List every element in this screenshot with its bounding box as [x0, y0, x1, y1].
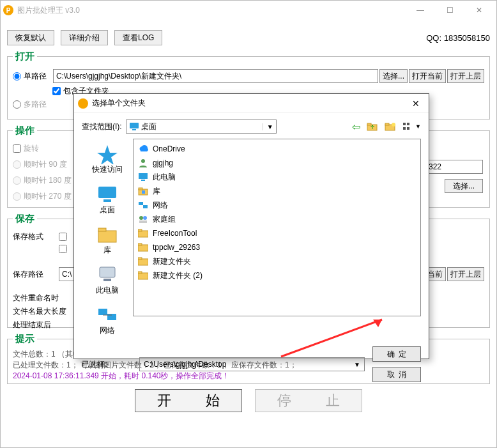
dialog-title: 选择单个文件夹	[92, 98, 146, 109]
multi-path-radio[interactable]	[13, 100, 21, 109]
up-folder-icon[interactable]	[367, 121, 378, 132]
list-item[interactable]: FreeIconTool	[136, 226, 418, 240]
cw90-label: 顺时针 90 度	[24, 159, 67, 170]
ops-legend: 操作	[13, 125, 37, 137]
save-open-parent-button[interactable]: 打开上层	[447, 267, 484, 281]
list-item[interactable]: 家庭组	[136, 212, 418, 226]
svg-rect-10	[407, 127, 409, 130]
selected-path-select[interactable]: C:\Users\gjgjhg\Desktop ▼	[139, 357, 365, 371]
svg-rect-7	[403, 123, 406, 125]
place-pc-label: 此电脑	[96, 285, 119, 296]
include-subfolders-check[interactable]	[52, 87, 61, 95]
select-path-button[interactable]: 选择...	[379, 69, 408, 83]
app-title: 图片批处理王 v3.0	[17, 5, 80, 16]
svg-point-21	[141, 159, 145, 163]
start-button[interactable]: 开 始	[135, 389, 242, 412]
list-item[interactable]: gjgjhg	[136, 156, 418, 170]
maximize-button[interactable]: ☐	[435, 1, 464, 20]
file-list[interactable]: OneDrive gjgjhg 此电脑 库 网络 家庭组 FreeIconToo…	[133, 139, 421, 316]
close-button[interactable]: ✕	[464, 1, 494, 20]
svg-marker-11	[97, 145, 118, 164]
list-item[interactable]: 网络	[136, 198, 418, 212]
dialog-close-button[interactable]: ✕	[407, 98, 425, 109]
svg-rect-23	[141, 180, 145, 181]
path-input[interactable]	[53, 69, 378, 83]
lookin-label: 查找范围(I):	[82, 121, 122, 132]
folder-icon	[137, 270, 149, 281]
place-pc[interactable]: 此电脑	[82, 261, 133, 301]
svg-rect-8	[403, 127, 406, 130]
place-net[interactable]: 网络	[82, 301, 133, 341]
svg-rect-26	[142, 190, 145, 194]
folder-icon	[137, 242, 149, 253]
svg-rect-18	[98, 309, 107, 315]
place-libs[interactable]: 库	[82, 220, 133, 261]
places-bar: 快速访问 桌面 库 此电脑 网络	[82, 139, 133, 341]
back-icon[interactable]: ⇦	[352, 121, 360, 133]
desktop-icon	[129, 121, 139, 132]
save-legend: 保存	[13, 213, 37, 225]
library-icon	[137, 185, 149, 197]
view-log-button[interactable]: 查看LOG	[114, 30, 162, 45]
open-parent-button[interactable]: 打开上层	[447, 69, 484, 83]
place-quick[interactable]: 快速访问	[82, 140, 133, 180]
selected-path-value: C:\Users\gjgjhg\Desktop	[144, 360, 226, 369]
view-menu-icon[interactable]: ▼	[402, 121, 421, 132]
app-icon: P	[3, 5, 13, 15]
svg-rect-25	[139, 188, 142, 190]
cw180-radio	[13, 176, 21, 185]
lookin-value: 桌面	[141, 121, 157, 132]
save-format-check2[interactable]	[59, 245, 67, 253]
folder-icon	[137, 228, 149, 239]
list-item[interactable]: 此电脑	[136, 170, 418, 184]
list-item[interactable]: 新建文件夹	[136, 254, 418, 268]
save-after-label: 处理结束后	[13, 320, 77, 330]
cw270-label: 顺时针 270 度	[24, 191, 72, 202]
open-current-button[interactable]: 打开当前	[409, 69, 446, 83]
right-value-input[interactable]	[425, 160, 483, 174]
svg-rect-15	[98, 228, 106, 231]
save-format-check1[interactable]	[59, 233, 67, 241]
svg-rect-9	[407, 123, 409, 125]
place-quick-label: 快速访问	[92, 164, 123, 175]
svg-rect-27	[139, 202, 143, 205]
multi-path-label: 多路径	[24, 99, 47, 110]
chevron-down-icon: ▼	[354, 361, 360, 368]
save-path-label: 保存路径	[13, 269, 59, 280]
save-rename-label: 文件重命名时	[13, 293, 77, 304]
single-path-label: 单路径	[24, 71, 47, 82]
open-legend: 打开	[13, 50, 37, 63]
right-select-button[interactable]: 选择...	[445, 179, 483, 193]
rotate-check[interactable]	[13, 144, 21, 153]
list-item[interactable]: 库	[136, 184, 418, 198]
list-item[interactable]: tppclw_29263	[136, 240, 418, 254]
place-libs-label: 库	[103, 245, 111, 256]
list-item[interactable]: OneDrive	[136, 142, 418, 156]
ok-button[interactable]: 确定	[372, 346, 421, 362]
svg-rect-12	[98, 187, 116, 198]
detail-button[interactable]: 详细介绍	[61, 30, 108, 45]
save-maxlen-label: 文件名最大长度	[13, 306, 77, 317]
svg-rect-1	[132, 129, 136, 130]
minimize-button[interactable]: —	[406, 1, 435, 20]
save-format-label: 保存格式	[13, 231, 59, 242]
selected-label: 已选择:	[82, 359, 120, 370]
restore-defaults-button[interactable]: 恢复默认	[7, 30, 54, 45]
single-path-radio[interactable]	[13, 72, 21, 81]
svg-rect-14	[98, 231, 116, 242]
cw180-label: 顺时针 180 度	[24, 175, 72, 186]
cwcustom-value[interactable]	[49, 207, 72, 208]
cancel-button[interactable]: 取消	[372, 367, 421, 382]
lookin-select[interactable]: 桌面 ▼	[126, 120, 277, 134]
svg-rect-35	[138, 243, 142, 245]
svg-rect-13	[103, 199, 111, 202]
list-item[interactable]: 新建文件夹 (2)	[136, 268, 418, 282]
svg-rect-0	[130, 123, 139, 128]
place-net-label: 网络	[100, 325, 115, 336]
new-folder-icon[interactable]	[385, 121, 396, 132]
pc-icon	[137, 171, 149, 183]
stop-button: 停 止	[255, 389, 362, 412]
place-desktop[interactable]: 桌面	[82, 180, 133, 220]
rotate-label: 旋转	[24, 143, 39, 154]
svg-rect-39	[138, 272, 142, 274]
